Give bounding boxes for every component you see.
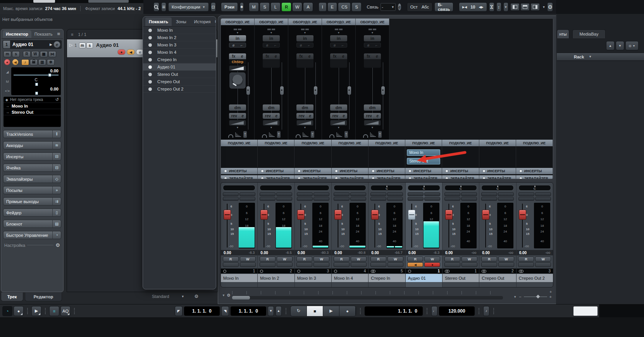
volume-value[interactable]: 0.00 — [445, 251, 453, 255]
volume-value[interactable]: 0.00 — [371, 251, 379, 255]
channel-name[interactable]: Stereo Out — [443, 274, 479, 282]
cable-slider[interactable] — [280, 86, 284, 95]
popup-tab-история[interactable]: История — [191, 17, 214, 26]
gear-icon[interactable]: ⚙ — [55, 242, 60, 248]
visibility-dot-icon[interactable] — [148, 65, 152, 69]
routing-rack-header[interactable]: ПОДКЛЮ_ИЕ — [258, 140, 294, 146]
pan-control[interactable] — [260, 185, 292, 191]
monitor-button[interactable]: ◀ — [127, 49, 135, 55]
read-button[interactable]: R — [223, 257, 239, 262]
menu-icon[interactable]: ≡ — [161, 2, 166, 12]
edit-channel-button[interactable]: e — [53, 41, 60, 48]
empty-fx-slot[interactable] — [330, 59, 347, 68]
volume-value[interactable]: 0.00 — [408, 251, 416, 255]
lanes-icon[interactable]: ▥ — [38, 59, 46, 65]
cycle-button[interactable]: ↻ — [291, 306, 307, 316]
reverb-button[interactable]: reve — [364, 113, 381, 119]
input-gain-button[interactable]: in — [330, 35, 347, 41]
read-button[interactable]: R — [518, 257, 534, 262]
inspector-section-фейдер[interactable]: Фейдер▯ — [3, 209, 61, 217]
eq-rack-header[interactable]: ЭКВАЛАЙЗЕР — [442, 175, 479, 179]
stop-button[interactable]: ■ — [307, 306, 323, 316]
hardware-rack-header[interactable]: ОБОРУДО_ИЕ — [221, 19, 255, 25]
write-button[interactable]: W — [498, 257, 514, 262]
routing-rack-header[interactable]: ПОДКЛЮ_ИЕ — [221, 140, 258, 146]
channel-state-button-w[interactable]: W — [292, 2, 302, 12]
volume-value[interactable]: 0.00 — [224, 251, 231, 255]
ost-button[interactable]: Ост — [410, 5, 418, 9]
record-enable-button[interactable]: ● — [117, 49, 126, 55]
volume-value[interactable]: 0.00 — [298, 251, 305, 255]
freeze-icon[interactable]: ❄ — [47, 59, 55, 65]
channel-slots[interactable] — [370, 192, 403, 201]
empty-slot[interactable] — [481, 262, 497, 267]
fader-cap[interactable] — [519, 210, 526, 220]
click-button[interactable]: ♪ — [483, 306, 489, 316]
channel-slots[interactable] — [518, 192, 551, 201]
direct-monitoring-button[interactable]: dm — [330, 104, 347, 111]
channel-slots[interactable] — [444, 192, 477, 201]
narrow-channels-icon[interactable]: ▶◀ — [462, 5, 467, 9]
eq-rack-header[interactable]: ЭКВАЛАЙЗЕР — [405, 175, 442, 179]
ost-abs-buttons[interactable]: Ост Абс — [407, 2, 432, 12]
fader-cap[interactable] — [445, 210, 453, 220]
nudge-down-button[interactable]: ▼ — [268, 306, 274, 316]
channel-list-item[interactable]: Моно In — [143, 27, 216, 34]
eq-rack-header[interactable]: ЭКВАЛАЙЗЕР — [479, 175, 516, 179]
edit-link-button[interactable]: e — [398, 3, 401, 11]
empty-slot[interactable] — [370, 262, 386, 267]
monitor-level-handle[interactable]: † — [344, 131, 348, 138]
chevron-down-icon[interactable]: ▼ — [181, 295, 184, 298]
inspector-section-блокнот[interactable]: Блокнот▤ — [3, 220, 61, 228]
record-modes-button[interactable]: ● — [14, 306, 24, 316]
track-list-menu-icon[interactable]: ≡ — [71, 32, 73, 37]
empty-slot[interactable] — [313, 262, 329, 267]
visibility-dot-icon[interactable] — [148, 73, 152, 76]
write-button[interactable]: W — [351, 257, 367, 262]
fader-cap[interactable] — [297, 210, 305, 220]
channel-name[interactable]: Стерео Out — [479, 274, 516, 282]
widen-channels-icon[interactable]: ◀▶ — [479, 5, 483, 9]
volume-slider[interactable] — [14, 75, 59, 75]
reverb-button[interactable]: reve — [330, 113, 347, 119]
reverb-level-slider[interactable] — [229, 120, 246, 126]
resize-vertical-icon[interactable]: ↕ — [496, 2, 501, 12]
read-button[interactable]: R — [481, 257, 497, 262]
monitor-level-handle[interactable]: † — [277, 131, 281, 138]
reverb-level-slider[interactable] — [296, 120, 313, 126]
zoom-in-icon[interactable]: + — [549, 294, 552, 299]
delay-slider[interactable] — [14, 93, 59, 94]
mute-button[interactable]: m — [3, 51, 11, 57]
position-display[interactable]: 1. 1. 1. 0 — [365, 306, 423, 316]
phase-button[interactable]: ø⌐ — [330, 43, 347, 48]
direct-monitoring-button[interactable]: dm — [263, 104, 280, 111]
channel-slots[interactable] — [334, 192, 366, 201]
inserts-rack-header[interactable]: ИНСЕРТЫ — [368, 168, 405, 174]
audition-modes-button[interactable]: ▶ — [31, 306, 41, 316]
record-button[interactable]: ● — [339, 306, 356, 316]
window-setup-icon[interactable]: ⊡ — [211, 2, 216, 12]
quantize-lines-button[interactable]: ≡ — [49, 306, 59, 316]
channel-slots[interactable] — [223, 192, 255, 201]
empty-slot[interactable] — [277, 262, 293, 267]
hardware-rack-header[interactable]: ОБОРУДО_ИЕ — [322, 19, 356, 25]
reverb-button[interactable]: reve — [296, 113, 313, 119]
expand-track-icon[interactable]: ▷ — [69, 43, 72, 48]
horizontal-scrollbar[interactable] — [232, 296, 503, 299]
inserts-rack-header[interactable]: ИНСЕРТЫ — [332, 168, 368, 174]
channel-width-control[interactable]: ▶◀ 10 ◀▶ — [459, 2, 487, 12]
tempo-mode-button[interactable]: ♩ — [431, 306, 437, 316]
tab-instruments[interactable]: нты — [557, 29, 569, 38]
mute-button[interactable]: m — [79, 43, 86, 48]
track-name[interactable]: Аудио 01 — [10, 42, 48, 47]
channel-list-item[interactable]: Аудио 01 — [143, 63, 216, 71]
tab-track[interactable]: Трек — [1, 293, 23, 301]
right-zone-toggle[interactable] — [530, 3, 540, 11]
configurations-dropdown[interactable]: Конфигурации▼ — [168, 2, 209, 12]
channel-state-button-r[interactable]: R — [281, 2, 291, 12]
inspector-section-инсерты[interactable]: Инсерты⊟ — [3, 152, 61, 161]
channel-slots[interactable] — [408, 192, 440, 201]
inspector-section-аккорды[interactable]: Аккорды≋ — [3, 141, 61, 149]
channel-name[interactable]: Моно In 2 — [258, 274, 294, 282]
channel-list-item[interactable]: Стерео Out 2 — [143, 86, 216, 93]
